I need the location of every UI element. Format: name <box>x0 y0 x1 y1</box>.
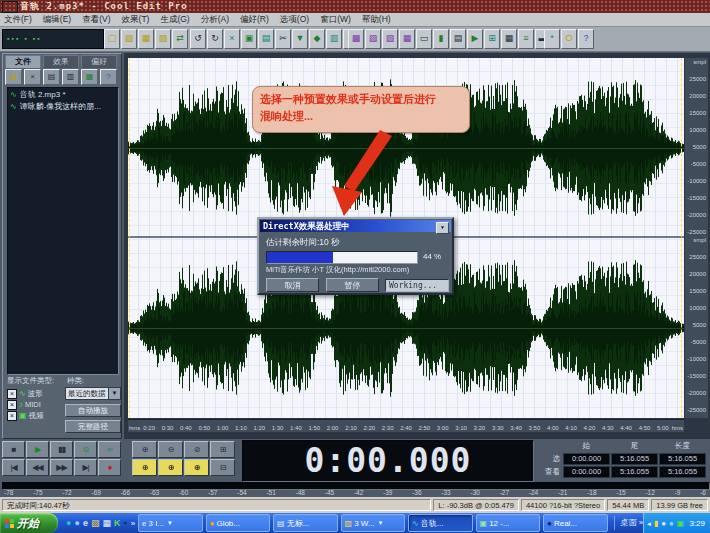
repair-button[interactable]: × <box>224 29 240 49</box>
task-notepad[interactable]: ▤ 无标... ▼ <box>273 514 338 532</box>
mixer-window-button[interactable]: ≡ <box>518 29 534 49</box>
quick-launch-globe-icon[interactable]: ● <box>74 518 79 528</box>
zoom-full-button[interactable]: ⊘ <box>184 441 209 458</box>
file-item[interactable]: ∿ 音轨 2.mp3 * <box>8 88 118 100</box>
save-as-button[interactable]: ▨ <box>155 29 171 49</box>
scripts-button[interactable]: * <box>544 29 560 49</box>
rewind-button[interactable]: ◀◀ <box>26 459 49 476</box>
effects-rack-button[interactable]: ▩ <box>348 29 364 49</box>
zoom-controls-button[interactable]: ⊞ <box>484 29 500 49</box>
mix-paste-button[interactable]: ◆ <box>309 29 325 49</box>
level-meter-widget[interactable]: ▪▪▪ ▪ ▪▪ <box>2 29 104 49</box>
menu-item[interactable]: 窗口(W) <box>320 14 351 26</box>
time-display[interactable]: 0:00.000 <box>242 440 534 482</box>
zoom-right-edge-button[interactable]: ⊕ <box>158 459 183 476</box>
selection-length-value[interactable]: 5:16.055 <box>659 453 706 465</box>
tray-volume-icon[interactable]: ● <box>661 519 666 528</box>
selection-start-value[interactable]: 0:00.000 <box>563 453 610 465</box>
chevron-down-icon[interactable]: ▼ <box>108 388 120 399</box>
monitor-button[interactable]: O <box>561 29 577 49</box>
zoom-out-button[interactable]: ⊖ <box>158 441 183 458</box>
task-folders[interactable]: ▧ 3 W... ▼ <box>341 514 406 532</box>
menu-item[interactable]: 文件(F) <box>4 14 32 26</box>
normalize-button[interactable]: ▧ <box>382 29 398 49</box>
title-bar[interactable]: 音轨 2.mp3* - Cool Edit Pro <box>0 0 710 13</box>
panel-help-button[interactable]: ? <box>100 69 117 85</box>
go-to-start-button[interactable]: |◀ <box>2 459 25 476</box>
view-end-value[interactable]: 5:16.055 <box>611 466 658 478</box>
go-to-end-button[interactable]: ▶| <box>74 459 97 476</box>
checkbox[interactable]: × <box>7 400 17 410</box>
menu-item[interactable]: 分析(A) <box>201 14 229 26</box>
loop-button[interactable]: ∞ <box>98 441 121 458</box>
cut-button[interactable]: ✂ <box>275 29 291 49</box>
save-file-button[interactable]: ▦ <box>138 29 154 49</box>
type-filter-row[interactable]: × ▣ 视频 <box>7 410 44 421</box>
file-list[interactable]: ∿ 音轨 2.mp3 * ∿ 谭咏麟-像我这样的朋... <box>7 87 119 375</box>
cue-list-button[interactable]: ▤ <box>450 29 466 49</box>
tab-favorites[interactable]: 偏好 <box>81 55 117 68</box>
new-file-button[interactable]: ▢ <box>104 29 120 49</box>
quick-launch-k-icon[interactable]: K <box>114 518 121 528</box>
type-filter-row[interactable]: × ∿ 波形 <box>7 388 44 399</box>
quick-launch-dark-icon[interactable]: ▪ <box>123 518 126 528</box>
tray-expand-icon[interactable]: ◂ <box>647 519 651 528</box>
stop-button[interactable]: ■ <box>2 441 25 458</box>
zoom-selection-button[interactable]: ⊕ <box>184 459 209 476</box>
tab-files[interactable]: 文件 <box>5 55 41 68</box>
zoom-in-button[interactable]: ⊕ <box>132 441 157 458</box>
play-looped-button[interactable]: ⊙ <box>74 441 97 458</box>
menu-item[interactable]: 生成(G) <box>160 14 189 26</box>
open-folder-button[interactable]: ▧ <box>5 69 22 85</box>
zoom-to-selection-button[interactable]: ⊞ <box>210 441 235 458</box>
save-all-button[interactable]: ⇄ <box>172 29 188 49</box>
record-button[interactable]: ● <box>98 459 121 476</box>
play-list-button[interactable]: ▶ <box>467 29 483 49</box>
task-dropdown-arrow[interactable]: ▼ <box>378 520 384 526</box>
cd-player-button[interactable]: ▦ <box>501 29 517 49</box>
amplitude-scale[interactable]: smpl 2500020000 1500010000 5000-5000 -10… <box>685 58 708 418</box>
cancel-button[interactable]: 取消 <box>266 278 319 292</box>
task-internet-explorer[interactable]: e 3 I... ▼ <box>138 514 203 532</box>
task-cool-edit[interactable]: ∿ 音轨... ▼ <box>408 514 473 532</box>
zoom-left-edge-button[interactable]: ⊕ <box>132 459 157 476</box>
desktop-toolbar[interactable]: 桌面 » <box>614 516 644 530</box>
tray-network-icon[interactable]: ● <box>669 519 674 528</box>
full-path-button[interactable]: 完整路径 <box>65 420 121 433</box>
waveform-view-button[interactable]: ▭ <box>416 29 432 49</box>
menu-item[interactable]: 选项(O) <box>280 14 309 26</box>
selection-end-marker[interactable] <box>681 58 682 418</box>
view-length-value[interactable]: 5:16.055 <box>659 466 706 478</box>
undo-button[interactable]: ↺ <box>190 29 206 49</box>
play-button[interactable]: ▶ <box>26 441 49 458</box>
selection-end-value[interactable]: 5:16.055 <box>611 453 658 465</box>
redo-button[interactable]: ↻ <box>207 29 223 49</box>
selection-start-marker[interactable] <box>129 58 130 418</box>
dialog-close-icon[interactable]: ▼ <box>436 222 449 234</box>
open-file-button[interactable]: ▧ <box>121 29 137 49</box>
task-global[interactable]: ● Glob... ▼ <box>206 514 271 532</box>
menu-item[interactable]: 偏好(R) <box>240 14 269 26</box>
sort-dropdown[interactable]: 最近的数据 ▼ <box>65 387 121 400</box>
menu-item[interactable]: 查看(V) <box>82 14 110 26</box>
menu-item[interactable]: 效果(T) <box>122 14 150 26</box>
tray-lock-icon[interactable]: ▮ <box>654 519 658 528</box>
copy-button[interactable]: ▤ <box>258 29 274 49</box>
tab-effects[interactable]: 效果 <box>43 55 79 68</box>
edit-list-button[interactable]: ▥ <box>62 69 79 85</box>
view-start-value[interactable]: 0:00.000 <box>563 466 610 478</box>
file-item[interactable]: ∿ 谭咏麟-像我这样的朋... <box>8 100 118 112</box>
quick-launch-folder-icon[interactable]: ▧ <box>91 518 100 528</box>
zoom-vertical-button[interactable]: ⊟ <box>210 459 235 476</box>
menu-item[interactable]: 帮助(H) <box>362 14 391 26</box>
trim-button[interactable]: ▥ <box>326 29 342 49</box>
quick-launch-ie-icon[interactable]: e <box>83 518 88 528</box>
convert-type-button[interactable]: ▣ <box>241 29 257 49</box>
checkbox[interactable]: × <box>7 411 17 421</box>
media-type-button[interactable]: ▦ <box>81 69 98 85</box>
menu-item[interactable]: 编辑(E) <box>43 14 71 26</box>
insert-to-multitrack-button[interactable]: ▤ <box>43 69 60 85</box>
tray-antivirus-icon[interactable]: ▣ <box>677 519 685 528</box>
reverb-button[interactable]: ▦ <box>399 29 415 49</box>
quick-launch-player-icon[interactable]: ▦ <box>102 518 111 528</box>
